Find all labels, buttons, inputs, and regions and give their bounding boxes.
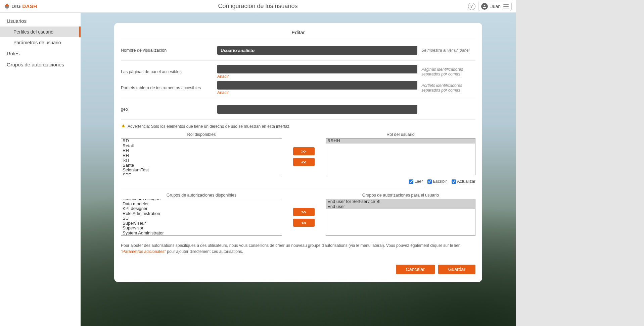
page-title: Configuración de los usuarios xyxy=(218,3,297,10)
groups-section: Grupos de autorizaciones disponibles Das… xyxy=(121,193,475,236)
pages-add-link[interactable]: Añadir xyxy=(217,74,417,79)
list-item[interactable]: RH xyxy=(121,148,282,153)
geo-label: geo xyxy=(121,107,213,112)
roles-section: Rol disponibles RDRetailRHRHRHSantéSelen… xyxy=(121,132,475,175)
cancel-button[interactable]: Cancelar xyxy=(396,265,435,274)
svg-rect-1 xyxy=(123,125,124,126)
roles-user-listbox[interactable]: RRHH xyxy=(326,138,475,175)
list-item[interactable]: Supervisor xyxy=(121,226,282,231)
roles-remove-button[interactable]: << xyxy=(293,158,315,166)
portlets-add-link[interactable]: Añadir xyxy=(217,90,417,95)
groups-available-header: Grupos de autorizaciones disponibles xyxy=(121,193,282,199)
portlets-hint: Portlets identificadores separados por c… xyxy=(421,83,475,93)
geo-input[interactable] xyxy=(217,105,417,114)
sidebar-item-perfiles[interactable]: Perfiles del usuario xyxy=(0,26,81,37)
list-item[interactable]: End user xyxy=(326,204,475,209)
portlets-input[interactable] xyxy=(217,81,417,90)
sidebar-item-parametros[interactable]: Parámetros de usuario xyxy=(0,37,81,48)
user-menu[interactable]: Juan xyxy=(478,2,512,11)
roles-add-button[interactable]: >> xyxy=(293,147,315,155)
list-item[interactable]: RH xyxy=(121,153,282,158)
sidebar-item-roles[interactable]: Roles xyxy=(0,48,81,59)
list-item[interactable]: End user for Self-service BI xyxy=(326,199,475,204)
portlets-label: Portlets tablero de instrumentos accesib… xyxy=(121,86,213,90)
warning-row: Advertencia: Sólo los elementos que tien… xyxy=(121,119,475,132)
check-read[interactable]: Leer xyxy=(409,179,423,184)
header: DIGDASH Configuración de los usuarios ? … xyxy=(0,0,516,13)
roles-user-header: Rol del usuario xyxy=(326,132,475,138)
info-text: Pour ajouter des autorisations spécifiqu… xyxy=(121,238,475,255)
svg-rect-2 xyxy=(123,126,124,127)
svg-point-0 xyxy=(484,5,485,6)
list-item[interactable]: SU xyxy=(121,216,282,221)
warning-icon xyxy=(121,124,126,129)
display-name-label: Nombre de visualización xyxy=(121,48,213,53)
list-item[interactable]: Data modeler xyxy=(121,202,282,207)
check-read-input[interactable] xyxy=(409,179,413,184)
list-item[interactable]: Superviseur xyxy=(121,221,282,226)
roles-permissions: Leer Escribir Actualizar xyxy=(121,178,475,187)
roles-available-listbox[interactable]: RDRetailRHRHRHSantéSeleniumTestSPF xyxy=(121,138,282,175)
check-write-input[interactable] xyxy=(427,179,432,184)
groups-available-listbox[interactable]: Dashboard designerData modelerKPI design… xyxy=(121,199,282,236)
list-item[interactable]: Santé xyxy=(121,163,282,168)
sidebar-item-usuarios[interactable]: Usuarios xyxy=(0,15,81,26)
logo[interactable]: DIGDASH xyxy=(4,3,37,9)
list-item[interactable]: SPF xyxy=(121,173,282,175)
pages-hint: Páginas identificadores separados por co… xyxy=(421,67,475,76)
groups-remove-button[interactable]: << xyxy=(293,219,315,227)
additional-params-link[interactable]: "Parámetros adicionales" xyxy=(121,249,166,254)
edit-panel: Editar Nombre de visualización Se muestr… xyxy=(114,23,482,282)
display-name-hint: Se muestra al ver un panel xyxy=(421,48,475,53)
list-item[interactable]: Retail xyxy=(121,144,282,149)
pages-label: Las páginas de panel accesibles xyxy=(121,69,213,74)
sidebar: Usuarios Perfiles del usuario Parámetros… xyxy=(0,13,81,326)
hamburger-icon xyxy=(503,4,509,8)
list-item[interactable]: Role Administration xyxy=(121,211,282,216)
avatar-icon xyxy=(481,3,488,10)
groups-user-header: Grupos de autorizaciones para el usuario xyxy=(326,193,475,199)
groups-user-listbox[interactable]: End user for Self-service BIEnd user xyxy=(326,199,475,236)
logo-icon xyxy=(4,3,10,9)
list-item[interactable]: RRHH xyxy=(326,139,475,144)
check-update[interactable]: Actualizar xyxy=(452,179,475,184)
warning-text: Advertencia: Sólo los elementos que tien… xyxy=(128,124,290,129)
logo-text-dash: DASH xyxy=(22,3,37,9)
check-write[interactable]: Escribir xyxy=(427,179,447,184)
groups-add-button[interactable]: >> xyxy=(293,208,315,216)
list-item[interactable]: RD xyxy=(121,139,282,144)
list-item[interactable]: KPI designer xyxy=(121,206,282,211)
sidebar-item-grupos[interactable]: Grupos de autorizaciones xyxy=(0,59,81,70)
user-name: Juan xyxy=(491,4,501,9)
main-content: Editar Nombre de visualización Se muestr… xyxy=(81,13,516,326)
panel-title: Editar xyxy=(121,30,475,35)
logo-text-dig: DIG xyxy=(11,3,21,9)
help-icon[interactable]: ? xyxy=(468,3,475,10)
list-item[interactable]: System Administrator xyxy=(121,231,282,236)
list-item[interactable]: SeleniumTest xyxy=(121,168,282,173)
save-button[interactable]: Guardar xyxy=(438,265,475,274)
roles-available-header: Rol disponibles xyxy=(121,132,282,138)
list-item[interactable]: RH xyxy=(121,158,282,163)
check-update-input[interactable] xyxy=(452,179,456,184)
pages-input[interactable] xyxy=(217,65,417,73)
display-name-input[interactable] xyxy=(217,46,417,55)
